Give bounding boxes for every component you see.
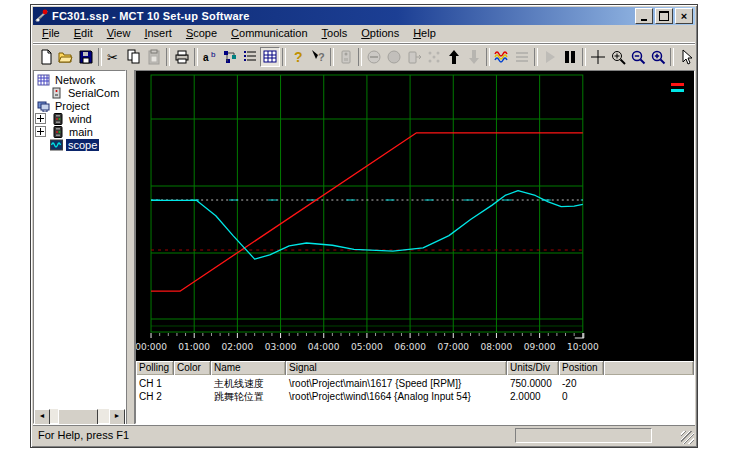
scope-waveform-button[interactable] [492,47,512,67]
tree-horizontal-scrollbar[interactable]: ◄ ► [34,409,125,423]
menu-tools[interactable]: Tools [315,26,355,41]
zoom-out-button[interactable] [628,47,648,67]
menu-view[interactable]: View [100,26,138,41]
tree-item-scope[interactable]: scope [34,138,125,151]
tree-item-label[interactable]: SerialCom [66,87,121,99]
context-help-icon: ? [310,49,326,65]
project-tree-panel: NetworkSerialComProjectwindmainscope ◄ ► [33,70,126,424]
panel-splitter[interactable] [126,70,135,424]
scroll-left-button[interactable]: ◄ [34,409,50,425]
cell-swatch [174,378,211,389]
cell-polling: CH 1 [136,378,174,389]
tree-item-label[interactable]: scope [66,139,99,151]
application-window: FC301.ssp - MCT 10 Set-up Software × Fil… [30,4,698,448]
scroll-thumb[interactable] [58,409,98,425]
read-from-drive-button[interactable] [336,47,356,67]
cut-button[interactable]: ✂ [104,47,124,67]
menu-communication[interactable]: Communication [224,26,314,41]
column-header-polling[interactable]: Polling [136,361,174,375]
column-header-blank[interactable] [604,361,694,375]
close-button[interactable]: × [675,8,693,24]
help-button[interactable]: ? [288,47,308,67]
column-header-signal[interactable]: Signal [286,361,507,375]
cell-position: -20 [559,378,604,389]
tree-item-wind[interactable]: wind [34,112,125,125]
menu-edit[interactable]: Edit [67,26,100,41]
zoom-in-button[interactable] [648,47,668,67]
tree-item-label[interactable]: Network [53,74,97,86]
menu-options[interactable]: Options [354,26,406,41]
grid-view-button[interactable] [260,47,280,67]
column-header-position[interactable]: Position [559,361,604,375]
tree-item-label[interactable]: wind [67,113,94,125]
trace-lines-button[interactable] [512,47,532,67]
save-icon [78,49,94,65]
print-button[interactable] [172,47,192,67]
column-header-units-div[interactable]: Units/Div [507,361,559,375]
open-button[interactable] [56,47,76,67]
resize-grip[interactable] [681,431,694,444]
pause-button[interactable] [560,47,580,67]
menu-help[interactable]: Help [406,26,443,41]
network-view-button[interactable] [220,47,240,67]
tree-item-serialcom[interactable]: SerialCom [34,86,125,99]
menu-file[interactable]: File [35,26,67,41]
list-view-button[interactable] [240,47,260,67]
maximize-button[interactable] [655,8,673,24]
paste-button[interactable] [144,47,164,67]
new-icon [38,49,54,65]
scroll-track[interactable] [50,409,109,423]
menu-scope[interactable]: Scope [179,26,224,41]
network-grid-icon [37,74,50,86]
upload-icon [446,49,462,65]
toolbar-separator [582,48,586,66]
scope-canvas[interactable]: 00:00001:00002:00003:00004:00005:00006:0… [136,71,694,361]
cell-polling: CH 2 [136,391,174,402]
channel-row[interactable]: CH 2跳舞轮位置\root\Project\wind\1664 {Analog… [136,390,694,403]
column-header-color[interactable]: Color [174,361,211,375]
stop-button[interactable] [364,47,384,67]
menu-insert[interactable]: Insert [137,26,179,41]
tree-item-label[interactable]: Project [53,100,91,112]
scope-plot-area[interactable]: 00:00001:00002:00003:00004:00005:00006:0… [136,71,694,361]
context-help-button[interactable]: ? [308,47,328,67]
channel-row[interactable]: CH 1主机线速度\root\Project\main\1617 {Speed … [136,377,694,390]
zoom-window-button[interactable] [608,47,628,67]
grid-view-icon [262,49,278,65]
cell-signal: \root\Project\main\1617 {Speed [RPM]} [286,378,507,389]
save-button[interactable] [76,47,96,67]
pointer-button[interactable] [676,47,695,67]
stop-icon [366,49,382,65]
pointer-icon [678,49,694,65]
upload-button[interactable] [444,47,464,67]
scope-legend [671,83,689,92]
download-button[interactable] [464,47,484,67]
cell-units-div: 750.0000 [507,378,559,389]
write-to-drive-button[interactable] [404,47,424,67]
tree-item-label[interactable]: main [67,126,95,138]
column-header-name[interactable]: Name [211,361,286,375]
svg-text:✂: ✂ [107,50,118,65]
tree-item-main[interactable]: main [34,125,125,138]
minimize-button[interactable] [635,8,653,24]
expand-icon[interactable] [35,113,46,124]
crosshair-button[interactable] [588,47,608,67]
open-icon [58,49,74,65]
play-icon [542,49,558,65]
toolbar-separator [98,48,102,66]
network-view-icon [222,49,238,65]
record-button[interactable] [384,47,404,67]
sync-button[interactable] [424,47,444,67]
tree-item-network[interactable]: Network [34,73,125,86]
expand-icon[interactable] [35,126,46,137]
tree-item-project[interactable]: Project [34,99,125,112]
parameter-view-button[interactable]: ab [200,47,220,67]
scroll-right-button[interactable]: ► [109,409,125,425]
copy-button[interactable] [124,47,144,67]
scope-wave-icon [50,139,63,151]
play-button[interactable] [540,47,560,67]
toolbar-separator [358,48,362,66]
new-button[interactable] [36,47,56,67]
title-bar[interactable]: FC301.ssp - MCT 10 Set-up Software × [33,7,695,25]
status-message: For Help, press F1 [34,429,515,441]
